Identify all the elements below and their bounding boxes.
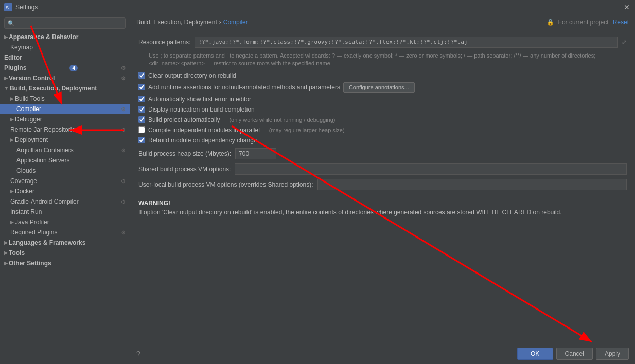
sidebar-item-debugger[interactable]: ▶ Debugger xyxy=(0,114,130,124)
compile-parallel-checkbox[interactable] xyxy=(138,126,145,133)
breadcrumb-project: 🔒 For current project Reset xyxy=(546,19,629,26)
expand-icon: ▶ xyxy=(10,137,14,142)
build-auto-label: Build project automatically xyxy=(148,116,220,123)
checkbox-compile-parallel: Compile independent modules in parallel … xyxy=(138,126,627,134)
shield-icon: 🔒 xyxy=(546,19,554,26)
sidebar-item-tools[interactable]: ▶ Tools xyxy=(0,248,130,258)
sidebar-item-instant-run[interactable]: Instant Run xyxy=(0,207,130,217)
sidebar-item-label: Other Settings xyxy=(9,260,51,267)
main-panel: Build, Execution, Deployment › Compiler … xyxy=(130,14,635,364)
sidebar-item-deployment[interactable]: ▶ Deployment xyxy=(0,135,130,145)
expand-icon: ▶ xyxy=(10,189,14,194)
sidebar-item-coverage[interactable]: Coverage ⚙ xyxy=(0,176,130,186)
search-input[interactable] xyxy=(17,20,122,27)
auto-show-error-checkbox[interactable] xyxy=(138,96,145,102)
sidebar-item-label: Tools xyxy=(9,249,25,257)
gear-icon: ⚙ xyxy=(121,106,126,112)
clear-output-checkbox[interactable] xyxy=(138,72,145,79)
expand-icon: ▶ xyxy=(4,34,8,40)
heap-size-input[interactable] xyxy=(235,148,276,159)
expand-icon[interactable]: ⤢ xyxy=(622,39,627,46)
checkbox-auto-show-error: Automatically show first error in editor xyxy=(138,96,627,103)
sidebar-item-keymap[interactable]: Keymap xyxy=(0,42,130,52)
compile-parallel-hint: (may require larger heap size) xyxy=(269,127,345,133)
sidebar-item-appearance[interactable]: ▶ Appearance & Behavior xyxy=(0,32,130,42)
resource-patterns-hint: Use ; to separate patterns and ! to nega… xyxy=(149,52,627,68)
sidebar-item-gradle-android[interactable]: Gradle-Android Compiler ⚙ xyxy=(0,196,130,207)
close-button[interactable]: ✕ xyxy=(623,3,631,11)
sidebar-item-label: Languages & Frameworks xyxy=(9,239,85,246)
breadcrumb: Build, Execution, Deployment › Compiler … xyxy=(130,14,635,30)
sidebar-item-label: Build, Execution, Deployment xyxy=(10,85,97,92)
gear-icon: ⚙ xyxy=(121,65,126,71)
bottom-bar: ? OK Cancel Apply xyxy=(130,343,635,364)
clear-output-label: Clear output directory on rebuild xyxy=(148,72,236,79)
apply-button[interactable]: Apply xyxy=(596,348,629,360)
sidebar-item-build[interactable]: ▼ Build, Execution, Deployment xyxy=(0,83,130,94)
gear-icon: ⚙ xyxy=(121,178,126,184)
sidebar-item-label: Coverage xyxy=(10,177,37,185)
gear-icon: ⚙ xyxy=(121,127,126,133)
sidebar: 🔍 ▶ Appearance & Behavior Keymap Editor … xyxy=(0,14,130,364)
checkbox-build-auto: Build project automatically (only works … xyxy=(138,116,627,123)
expand-icon: ▶ xyxy=(10,117,14,122)
rebuild-module-label: Rebuild module on dependency change xyxy=(148,137,257,144)
display-notification-checkbox[interactable] xyxy=(138,106,145,113)
expand-icon: ▶ xyxy=(4,250,8,256)
sidebar-item-arquillian[interactable]: Arquillian Containers ⚙ xyxy=(0,145,130,155)
build-auto-hint: (only works while not running / debuggin… xyxy=(229,117,335,123)
configure-annotations-button[interactable]: Configure annotations... xyxy=(343,82,415,93)
add-runtime-checkbox[interactable] xyxy=(138,84,145,90)
sidebar-item-remote-jar[interactable]: Remote Jar Repositories ⚙ xyxy=(0,124,130,135)
resource-patterns-input[interactable]: !?*.java;!?*.form;!?*.class;!?*.groovy;!… xyxy=(195,37,618,48)
sidebar-item-label: Appearance & Behavior xyxy=(9,33,78,41)
sidebar-item-label: Version Control xyxy=(9,75,55,82)
sidebar-item-languages[interactable]: ▶ Languages & Frameworks xyxy=(0,238,130,248)
sidebar-item-compiler[interactable]: Compiler ⚙ xyxy=(0,104,130,114)
auto-show-error-label: Automatically show first error in editor xyxy=(148,96,251,103)
breadcrumb-path: Build, Execution, Deployment › Compiler xyxy=(136,19,248,26)
user-local-vm-row: User-local build process VM options (ove… xyxy=(138,179,627,190)
sidebar-item-plugins[interactable]: Plugins 4 ⚙ xyxy=(0,63,130,73)
shared-vm-input[interactable] xyxy=(235,163,627,175)
sidebar-item-required-plugins[interactable]: Required Plugins ⚙ xyxy=(0,227,130,238)
heap-size-label: Build process heap size (Mbytes): xyxy=(138,150,231,157)
shared-vm-label: Shared build process VM options: xyxy=(138,166,231,173)
breadcrumb-compiler: Compiler xyxy=(223,19,248,26)
sidebar-item-version-control[interactable]: ▶ Version Control ⚙ xyxy=(0,73,130,83)
sidebar-item-label: Compiler xyxy=(16,105,41,113)
checkbox-clear-output: Clear output directory on rebuild xyxy=(138,72,627,79)
resource-patterns-row: Resource patterns: !?*.java;!?*.form;!?*… xyxy=(138,37,627,48)
sidebar-item-label: Java Profiler xyxy=(15,219,49,226)
user-local-vm-input[interactable] xyxy=(318,179,627,190)
sidebar-item-label: Plugins xyxy=(4,64,26,71)
sidebar-item-label: Gradle-Android Compiler xyxy=(10,198,79,205)
title-bar: S Settings ✕ xyxy=(0,0,635,14)
gear-icon: ⚙ xyxy=(121,199,126,205)
ok-button[interactable]: OK xyxy=(517,348,553,360)
checkbox-add-runtime: Add runtime assertions for notnull-annot… xyxy=(138,82,627,93)
sidebar-item-java-profiler[interactable]: ▶ Java Profiler xyxy=(0,217,130,227)
sidebar-item-label: Build Tools xyxy=(15,95,45,102)
cancel-button[interactable]: Cancel xyxy=(556,348,593,360)
reset-link[interactable]: Reset xyxy=(613,19,629,26)
sidebar-item-label: Deployment xyxy=(15,136,48,143)
sidebar-item-label: Keymap xyxy=(10,44,33,51)
help-icon[interactable]: ? xyxy=(136,350,140,358)
search-box[interactable]: 🔍 xyxy=(4,17,126,29)
sidebar-item-label: Docker xyxy=(15,188,34,195)
sidebar-item-docker[interactable]: ▶ Docker xyxy=(0,186,130,196)
resource-patterns-label: Resource patterns: xyxy=(138,39,190,46)
sidebar-item-label: Required Plugins xyxy=(10,229,57,236)
sidebar-item-other-settings[interactable]: ▶ Other Settings xyxy=(0,258,130,268)
sidebar-item-clouds[interactable]: Clouds xyxy=(0,166,130,176)
checkbox-display-notification: Display notification on build completion xyxy=(138,106,627,113)
sidebar-item-editor[interactable]: Editor xyxy=(0,52,130,63)
build-auto-checkbox[interactable] xyxy=(138,116,145,123)
add-runtime-label: Add runtime assertions for notnull-annot… xyxy=(148,84,340,91)
shared-vm-row: Shared build process VM options: xyxy=(138,163,627,175)
sidebar-item-label: Editor xyxy=(4,54,22,61)
rebuild-module-checkbox[interactable] xyxy=(138,137,145,143)
sidebar-item-build-tools[interactable]: ▶ Build Tools xyxy=(0,94,130,104)
sidebar-item-app-servers[interactable]: Application Servers xyxy=(0,155,130,166)
